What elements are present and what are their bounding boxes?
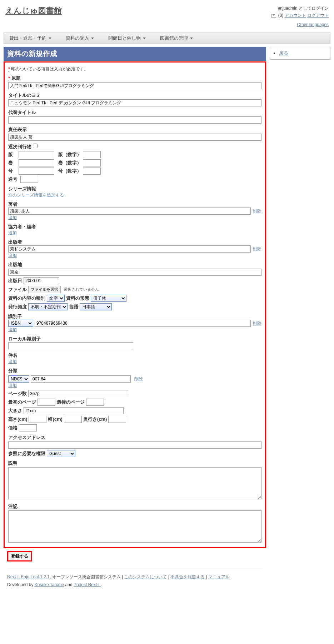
note-textarea[interactable] <box>8 510 261 543</box>
label-volume-num: 巻（数字） <box>58 160 81 165</box>
depth-input[interactable] <box>108 416 126 423</box>
label-author: 著者 <box>8 201 18 208</box>
classification-type-select[interactable]: NDC9 <box>8 375 29 383</box>
footer-product-link[interactable]: Next-L Enju Leaf 1.2.1 <box>7 574 50 579</box>
author-input[interactable] <box>8 208 251 215</box>
language-select[interactable]: 日本語 <box>80 303 112 310</box>
label-required-role: 参照に必要な権限 <box>8 450 45 457</box>
edition-num-input[interactable] <box>83 151 101 158</box>
alt-title-input[interactable] <box>8 116 261 124</box>
label-first-page: 最初のページ <box>8 399 36 405</box>
label-file: ファイル <box>8 286 27 293</box>
volume-num-input[interactable] <box>83 159 101 166</box>
identifier-type-select[interactable]: ISBN <box>8 320 33 327</box>
chevron-down-icon <box>91 38 94 39</box>
publisher-delete-link[interactable]: 削除 <box>253 246 261 252</box>
last-page-input[interactable] <box>86 399 104 406</box>
main-nav: 貸出・返却・予約 資料の受入 開館日と催し物 図書館の管理 <box>4 33 330 44</box>
label-pub-date: 出版日 <box>8 278 22 284</box>
classification-delete-link[interactable]: 削除 <box>134 376 143 382</box>
serial-checkbox[interactable] <box>33 144 38 148</box>
label-local-id: ローカル識別子 <box>8 336 41 342</box>
footer-manual-link[interactable]: マニュアル <box>208 574 230 579</box>
responsibility-input[interactable] <box>8 134 261 141</box>
label-responsibility: 責任表示 <box>8 126 27 133</box>
pub-date-input[interactable] <box>24 277 59 284</box>
price-input[interactable] <box>19 424 37 431</box>
access-addr-input[interactable] <box>8 441 261 449</box>
author-add-link[interactable]: 追加 <box>8 215 17 220</box>
issue-input[interactable] <box>19 168 54 175</box>
footer-dev-name-link[interactable]: Kosuke Tanabe <box>35 582 64 587</box>
classification-value-input[interactable] <box>31 375 131 383</box>
issue-num-input[interactable] <box>83 168 101 175</box>
footer-dev-prefix: Developed by <box>7 582 35 587</box>
description-textarea[interactable] <box>8 467 261 499</box>
label-title-yomi: タイトルのヨミ <box>8 92 41 99</box>
title-yomi-input[interactable] <box>8 99 261 106</box>
footer-dev-proj-link[interactable]: Project Next-L <box>74 582 101 587</box>
publisher-add-link[interactable]: 追加 <box>8 253 17 258</box>
content-type-select[interactable]: 文字 <box>47 295 65 302</box>
file-none-text: 選択されていません <box>64 287 99 292</box>
first-page-input[interactable] <box>38 399 55 406</box>
label-description: 説明 <box>8 460 18 466</box>
frequency-select[interactable]: 不明・不定期刊 <box>28 303 68 310</box>
message-count: (0) <box>278 13 284 18</box>
label-publisher: 出版者 <box>8 239 22 245</box>
nav-admin[interactable]: 図書館の管理 <box>160 35 193 41</box>
back-link[interactable]: 戻る <box>279 50 288 56</box>
nav-events[interactable]: 開館日と催し物 <box>108 35 146 41</box>
edition-input[interactable] <box>19 151 54 158</box>
contributor-add-link[interactable]: 追加 <box>8 230 17 235</box>
login-user: enjuadmin <box>278 6 297 11</box>
width-input[interactable] <box>64 416 82 423</box>
required-note: * 印のついている項目は入力が必須です。 <box>8 66 261 72</box>
local-id-input[interactable] <box>8 342 133 349</box>
label-contributor: 協力者・編者 <box>8 224 36 230</box>
label-edition-num: 版（数字） <box>58 152 81 157</box>
label-pub-place: 出版地 <box>8 261 22 268</box>
login-as-text: としてログイン <box>298 6 329 11</box>
add-series-link[interactable]: 別のシリーズ情報を追加する <box>8 193 64 198</box>
author-delete-link[interactable]: 削除 <box>253 208 261 214</box>
carrier-type-select[interactable]: 冊子体 <box>91 295 126 302</box>
pub-place-input[interactable] <box>8 269 261 276</box>
label-height: 高さ(cm) <box>8 416 27 423</box>
footer-report-link[interactable]: 不具合を報告する <box>170 574 205 579</box>
identifier-add-link[interactable]: 追加 <box>8 327 17 332</box>
size-input[interactable] <box>24 407 124 414</box>
label-subject: 件名 <box>8 352 18 359</box>
nav-circulation[interactable]: 貸出・返却・予約 <box>9 35 51 41</box>
label-identifier: 識別子 <box>8 313 22 320</box>
height-input[interactable] <box>29 416 46 423</box>
pages-input[interactable] <box>28 390 128 397</box>
file-select-button[interactable]: ファイルを選択 <box>28 286 61 293</box>
account-link[interactable]: アカウント <box>285 13 306 18</box>
submit-button[interactable]: 登録する <box>7 551 32 561</box>
mail-icon <box>271 14 276 18</box>
other-languages-link[interactable]: Other languages <box>297 22 329 27</box>
footer-about-link[interactable]: このシステムについて <box>124 574 167 579</box>
subject-add-link[interactable]: 追加 <box>8 359 17 364</box>
title-input[interactable] <box>8 82 261 89</box>
label-depth: 奥行き(cm) <box>83 416 107 423</box>
label-edition: 版 <box>8 151 17 158</box>
serial-num-input[interactable] <box>20 176 38 183</box>
publisher-input[interactable] <box>8 245 251 253</box>
identifier-value-input[interactable] <box>35 320 251 327</box>
label-frequency: 発行頻度 <box>8 304 27 310</box>
site-title-link[interactable]: えんじゅ図書館 <box>5 5 62 16</box>
logout-link[interactable]: ログアウト <box>307 13 329 18</box>
volume-input[interactable] <box>19 159 54 166</box>
label-size: 大きさ <box>8 408 22 414</box>
required-mark: * <box>8 75 10 81</box>
required-role-select[interactable]: Guest <box>47 450 75 457</box>
page-title: 資料の新規作成 <box>4 47 266 61</box>
label-alt-title: 代替タイトル <box>8 109 36 116</box>
footer: Next-L Enju Leaf 1.2.1, オープンソース統合図書館システム… <box>7 569 263 589</box>
label-language: 言語 <box>69 304 78 310</box>
classification-add-link[interactable]: 追加 <box>8 383 17 388</box>
identifier-delete-link[interactable]: 削除 <box>253 320 261 326</box>
nav-acquisition[interactable]: 資料の受入 <box>66 35 94 41</box>
